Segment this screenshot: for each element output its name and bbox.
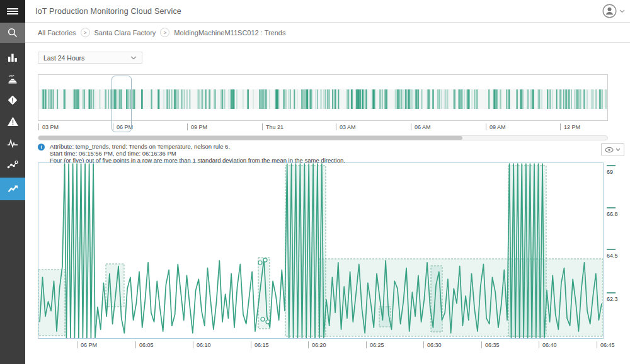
bar-chart-icon [7, 52, 18, 63]
data-point-marker [258, 261, 262, 264]
trend-chart-svg [38, 163, 603, 338]
scrollbar-thumb[interactable] [38, 136, 462, 140]
data-point-marker [261, 317, 265, 321]
alert-triangle-icon [7, 116, 19, 127]
overview-scrollbar [38, 135, 608, 140]
overview-axis-tick: 03 AM [336, 123, 356, 130]
x-axis-tick: 06:20 [308, 341, 326, 348]
breadcrumb-santa-clara-factory[interactable]: Santa Clara Factory [94, 29, 156, 37]
x-axis-tick: 06:35 [481, 341, 500, 348]
sidebar-item-dashboard[interactable] [0, 47, 25, 68]
chevron-down-icon [616, 148, 621, 151]
data-point-marker [263, 258, 267, 262]
alert-diamond-icon [7, 94, 18, 106]
x-axis-tick: 06:45 [597, 341, 615, 348]
breadcrumb-all-factories[interactable]: All Factories [38, 29, 76, 37]
overview-axis-tick: 03 PM [38, 123, 59, 130]
x-axis-tick: 06:30 [423, 341, 442, 348]
molding-machine-icon [7, 73, 18, 84]
user-avatar-button[interactable] [602, 4, 617, 18]
info-icon [38, 144, 45, 151]
info-line-times: Start time: 06:15:56 PM, end time: 06:16… [50, 150, 345, 157]
sidebar-item-alerts-diamond[interactable] [0, 89, 25, 111]
trend-up-icon [7, 183, 19, 195]
x-axis-tick: 06 PM [77, 341, 97, 348]
y-axis-tick: 66.8 [607, 207, 618, 217]
data-point-marker [266, 320, 270, 324]
overview-axis-tick: 12 PM [560, 123, 580, 130]
app-window: IoT Production Monitoring Cloud Service [0, 0, 630, 364]
time-selection-box[interactable] [112, 76, 132, 132]
user-menu-chevron-icon[interactable] [619, 9, 625, 13]
chevron-down-icon [130, 56, 137, 60]
app-title: IoT Production Monitoring Cloud Service [35, 7, 181, 16]
overview-strip: 03 PM06 PM09 PMThu 2103 AM06 AM09 AM12 P… [38, 74, 608, 134]
breadcrumb-chevron-icon [160, 28, 169, 37]
y-axis-tick: 69 [607, 165, 616, 175]
eye-icon [605, 147, 614, 153]
y-axis-tick: 64.5 [607, 249, 618, 259]
trend-chart-y-axis: 6966.864.562.3 [607, 162, 629, 345]
time-range-select[interactable]: Last 24 Hours [38, 52, 142, 64]
overview-axis-tick: 06 AM [411, 123, 431, 130]
scatter-plot-icon [7, 159, 18, 170]
sidebar-item-warnings[interactable] [0, 111, 25, 132]
breadcrumb-chevron-icon [81, 28, 90, 37]
trend-chart-x-axis: 06 PM06:0506:1006:1506:2006:2506:3006:35… [38, 340, 604, 353]
x-axis-tick: 06:25 [366, 341, 384, 348]
sidebar-item-machines[interactable] [0, 68, 25, 89]
overview-axis-tick: 09 AM [486, 123, 506, 130]
overview-axis-tick: Thu 21 [262, 123, 284, 130]
sidebar-item-anomaly-plot[interactable] [0, 154, 25, 175]
anomaly-info: Attribute: temp_trends, trend: Trends on… [38, 143, 592, 164]
search-icon [7, 27, 18, 38]
info-line-attribute: Attribute: temp_trends, trend: Trends on… [50, 143, 345, 150]
x-axis-tick: 06:40 [539, 341, 557, 348]
time-range-value: Last 24 Hours [43, 54, 84, 62]
sidebar [0, 23, 25, 364]
breadcrumb: All Factories Santa Clara Factory Moldin… [25, 23, 630, 43]
sidebar-item-signals[interactable] [0, 132, 25, 154]
top-header: IoT Production Monitoring Cloud Service [0, 0, 630, 23]
x-axis-tick: 06:10 [193, 341, 211, 348]
hamburger-icon [7, 7, 18, 16]
x-axis-tick: 06:05 [135, 341, 154, 348]
sidebar-item-trends[interactable] [0, 178, 25, 200]
breadcrumb-machine-trends[interactable]: MoldingMachineM11SC012 : Trends [174, 29, 285, 37]
sidebar-item-search[interactable] [0, 23, 25, 43]
x-axis-tick: 06:15 [251, 341, 269, 348]
visibility-toggle-button[interactable] [601, 143, 624, 156]
user-avatar-icon [602, 4, 617, 18]
overview-axis-tick: 09 PM [187, 123, 207, 130]
y-axis-tick: 62.3 [607, 292, 618, 302]
trend-chart [38, 162, 604, 339]
pulse-icon [7, 137, 18, 149]
menu-button[interactable] [0, 0, 25, 23]
